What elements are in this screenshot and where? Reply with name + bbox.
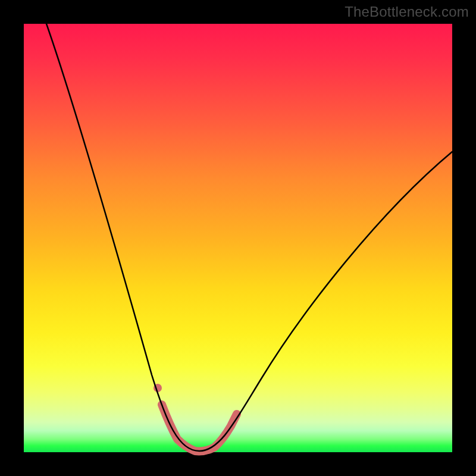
trough-highlight-path [162,405,237,451]
chart-svg [24,24,452,452]
bottleneck-curve-path [46,24,452,451]
watermark-text: TheBottleneck.com [345,4,469,20]
chart-frame: TheBottleneck.com [0,0,476,476]
